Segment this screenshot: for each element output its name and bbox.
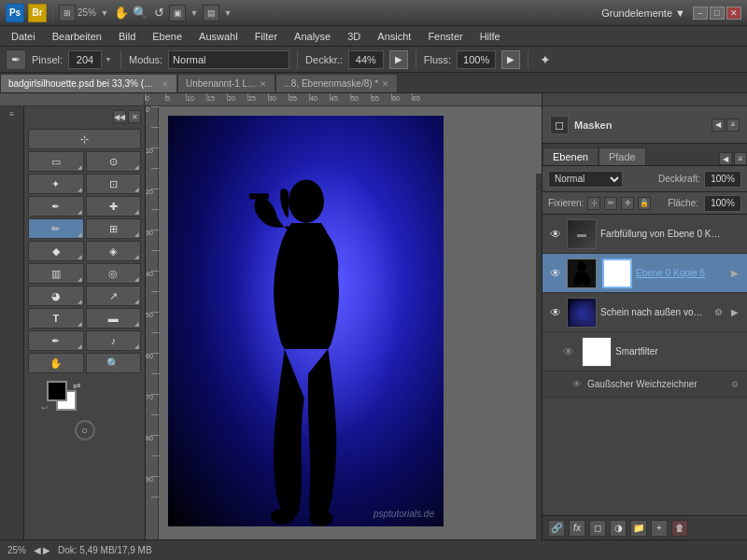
tool-history[interactable]: ◆ ◢ bbox=[28, 241, 84, 261]
fx-btn[interactable]: fx bbox=[569, 520, 585, 537]
tool-panel-collapse[interactable]: ◀◀ bbox=[113, 110, 126, 123]
tool-hand[interactable]: ✋ bbox=[28, 353, 84, 373]
tool-stamp[interactable]: ⊞ ◢ bbox=[86, 218, 142, 239]
tab-close-3[interactable]: ✕ bbox=[382, 79, 389, 89]
layer3-settings-icon[interactable]: ⚙ bbox=[712, 306, 725, 319]
tab-close-1[interactable]: ✕ bbox=[162, 79, 169, 89]
new-layer-btn[interactable]: + bbox=[651, 520, 668, 537]
layer2-name[interactable]: Ebene 0 Kopie 8 bbox=[636, 268, 725, 278]
tool-lasso[interactable]: ⊙ ◢ bbox=[86, 151, 142, 172]
adjustment-btn[interactable]: ◑ bbox=[610, 520, 627, 537]
default-colors-icon[interactable]: ↩ bbox=[41, 403, 49, 413]
masks-menu-btn[interactable]: ≡ bbox=[726, 119, 740, 132]
menu-filter[interactable]: Filter bbox=[247, 29, 285, 44]
flaeche-input[interactable] bbox=[704, 195, 741, 212]
tool-dodge[interactable]: ◕ ◢ bbox=[28, 286, 84, 306]
add-mask-btn[interactable]: ◻ bbox=[589, 520, 606, 537]
tb-grid-icon[interactable]: ⊞ bbox=[59, 5, 76, 21]
tab-ebenen[interactable]: Ebenen bbox=[543, 147, 599, 165]
view-arrow[interactable]: ▼ bbox=[188, 7, 201, 20]
layer4-visibility[interactable]: 👁 bbox=[561, 344, 576, 359]
menu-auswahl[interactable]: Auswahl bbox=[191, 29, 246, 44]
tab-badgirl[interactable]: badgirlsilhouette.psd bei 33,3% (Ebene 0… bbox=[0, 74, 177, 92]
layer2-visibility[interactable]: 👁 bbox=[548, 266, 563, 281]
tool-move[interactable]: ⊹ bbox=[28, 129, 141, 149]
view-icon[interactable]: ▣ bbox=[169, 5, 186, 21]
tab-close-2[interactable]: ✕ bbox=[260, 79, 267, 89]
tab-ebenenmaske[interactable]: ...8, Ebenenmaske/8) * ✕ bbox=[275, 74, 399, 92]
layers-panel-collapse-btn[interactable]: ◀ bbox=[719, 152, 732, 165]
close-btn[interactable]: ✕ bbox=[726, 7, 741, 20]
tool-rect-select[interactable]: ▭ ◢ bbox=[28, 151, 84, 172]
tab-pfade[interactable]: Pfade bbox=[599, 147, 646, 165]
tool-blur[interactable]: ◎ ◢ bbox=[86, 263, 142, 284]
link-layers-btn[interactable]: 🔗 bbox=[548, 520, 565, 537]
tool-gradient[interactable]: ▥ ◢ bbox=[28, 263, 84, 284]
brush-size-arrow[interactable]: ▼ bbox=[104, 55, 113, 64]
restore-btn[interactable]: □ bbox=[710, 7, 725, 20]
deckkraft-increase-btn[interactable]: ▶ bbox=[389, 50, 408, 69]
group-btn[interactable]: 📁 bbox=[630, 520, 647, 537]
canvas-image[interactable]: psptutorials.de bbox=[168, 116, 444, 526]
tool-note[interactable]: ♪ ◢ bbox=[86, 330, 142, 351]
toolbar-collapse[interactable]: ≡ bbox=[9, 110, 14, 119]
menu-3d[interactable]: 3D bbox=[340, 29, 368, 44]
fluss-increase-btn[interactable]: ▶ bbox=[501, 50, 520, 69]
layer1-visibility[interactable]: 👁 bbox=[548, 227, 563, 242]
tool-eyedropper[interactable]: ✒ ◢ bbox=[28, 196, 84, 217]
tool-crop[interactable]: ⊡ ◢ bbox=[86, 174, 142, 194]
fix-pos-icon[interactable]: ⊹ bbox=[587, 197, 600, 210]
tool-zoom-btn[interactable]: 🔍 bbox=[86, 353, 142, 373]
layer3-visibility[interactable]: 👁 bbox=[548, 305, 563, 320]
tool-heal[interactable]: ✚ ◢ bbox=[86, 196, 142, 217]
fix-all-icon[interactable]: 🔒 bbox=[638, 197, 651, 210]
fluss-input[interactable] bbox=[457, 50, 496, 69]
canvas-wrapper[interactable]: psptutorials.de bbox=[159, 106, 542, 539]
brush-size-input[interactable] bbox=[68, 50, 102, 69]
tab-unbenannt[interactable]: Unbenannt-1 L... ✕ bbox=[177, 74, 275, 92]
layer-item-ebene0kopie8[interactable]: 👁 Ebene 0 Kopie 8 ▶ bbox=[543, 254, 747, 293]
brush-preset-icon[interactable]: ✒ bbox=[6, 49, 26, 70]
menu-bearbeiten[interactable]: Bearbeiten bbox=[45, 29, 109, 44]
fix-pixel-icon[interactable]: ✏ bbox=[604, 197, 617, 210]
foreground-color[interactable] bbox=[47, 381, 67, 401]
layer-item-farbfuellung[interactable]: 👁 ▬ Farbfüllung von Ebene 0 Kopie 8 bbox=[543, 215, 747, 254]
menu-ebene[interactable]: Ebene bbox=[145, 29, 190, 44]
menu-fenster[interactable]: Fenster bbox=[420, 29, 470, 44]
menu-analyse[interactable]: Analyse bbox=[287, 29, 338, 44]
quick-mask-btn[interactable]: ○ bbox=[75, 420, 95, 441]
minimize-btn[interactable]: – bbox=[693, 7, 708, 20]
menu-hilfe[interactable]: Hilfe bbox=[472, 29, 508, 44]
menu-datei[interactable]: Datei bbox=[4, 29, 43, 44]
tool-shape[interactable]: ▬ ◢ bbox=[86, 308, 142, 329]
panel-resize-handle[interactable] bbox=[536, 174, 542, 560]
delete-layer-btn[interactable]: 🗑 bbox=[671, 520, 688, 537]
smartfilter-settings-icon[interactable]: ⚙ bbox=[728, 378, 741, 391]
deckkraft-input[interactable] bbox=[348, 50, 384, 69]
nav-prev-btn[interactable]: ◀ bbox=[34, 545, 41, 555]
layers-panel-menu-btn[interactable]: ≡ bbox=[734, 152, 747, 165]
layer-item-smartfilter[interactable]: 👁 Smartfilter bbox=[543, 332, 747, 371]
tool-text[interactable]: T ◢ bbox=[28, 308, 84, 329]
nav-next-btn[interactable]: ▶ bbox=[43, 545, 50, 555]
menu-ansicht[interactable]: Ansicht bbox=[370, 29, 418, 44]
rotate-icon[interactable]: ↺ bbox=[150, 5, 167, 21]
menu-bild[interactable]: Bild bbox=[111, 29, 143, 44]
screen-arrow[interactable]: ▼ bbox=[221, 7, 234, 20]
tool-pen[interactable]: ✒ ◢ bbox=[28, 330, 84, 351]
tool-eraser[interactable]: ◈ ◢ bbox=[86, 241, 142, 261]
layer-item-schein[interactable]: 👁 Schein nach außen von Ebene 0 Kopie 8 … bbox=[543, 293, 747, 332]
tool-wand[interactable]: ✦ ◢ bbox=[28, 174, 84, 194]
tool-path-select[interactable]: ↗ ◢ bbox=[86, 286, 142, 306]
screen-icon[interactable]: ▤ bbox=[203, 5, 219, 21]
blend-mode-dropdown[interactable]: Normal bbox=[548, 171, 623, 188]
masks-collapse-btn[interactable]: ◀ bbox=[712, 119, 725, 132]
airbrush-icon[interactable]: ✦ bbox=[536, 50, 555, 69]
fix-move-icon[interactable]: ✛ bbox=[621, 197, 634, 210]
tool-brush[interactable]: ✏ ◢ bbox=[28, 218, 84, 239]
smartfilter-subitem[interactable]: 👁 Gaußscher Weichzeichner ⚙ bbox=[543, 371, 747, 398]
modus-dropdown[interactable]: Normal bbox=[168, 50, 289, 69]
hand-icon[interactable]: ✋ bbox=[113, 5, 130, 21]
tool-panel-close[interactable]: ✕ bbox=[128, 110, 141, 123]
opacity-input[interactable] bbox=[704, 171, 741, 188]
